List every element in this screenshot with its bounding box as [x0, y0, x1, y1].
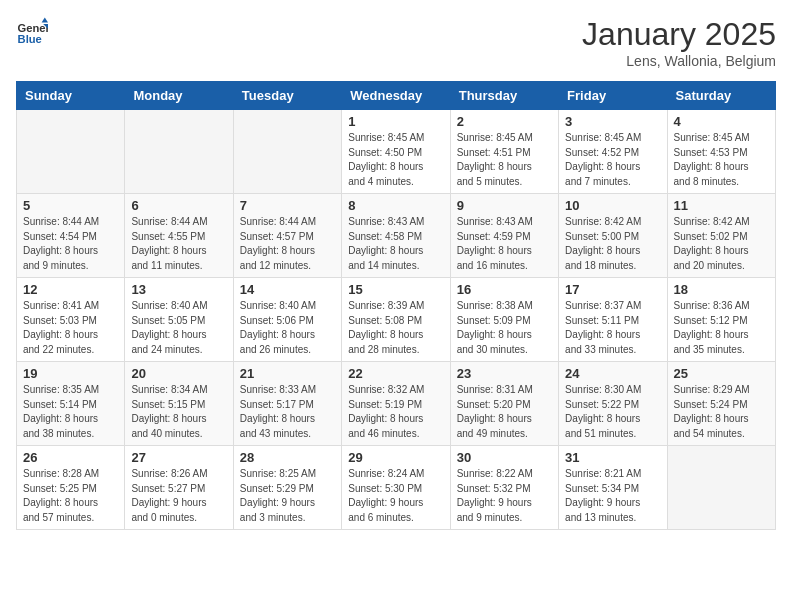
day-number: 18: [674, 282, 769, 297]
day-number: 26: [23, 450, 118, 465]
day-number: 24: [565, 366, 660, 381]
day-info: Sunrise: 8:43 AM Sunset: 4:58 PM Dayligh…: [348, 215, 443, 273]
day-number: 14: [240, 282, 335, 297]
svg-marker-2: [42, 18, 48, 23]
calendar-table: SundayMondayTuesdayWednesdayThursdayFrid…: [16, 81, 776, 530]
day-number: 6: [131, 198, 226, 213]
day-info: Sunrise: 8:32 AM Sunset: 5:19 PM Dayligh…: [348, 383, 443, 441]
day-info: Sunrise: 8:41 AM Sunset: 5:03 PM Dayligh…: [23, 299, 118, 357]
day-number: 8: [348, 198, 443, 213]
calendar-cell: 10Sunrise: 8:42 AM Sunset: 5:00 PM Dayli…: [559, 194, 667, 278]
day-info: Sunrise: 8:44 AM Sunset: 4:54 PM Dayligh…: [23, 215, 118, 273]
day-info: Sunrise: 8:37 AM Sunset: 5:11 PM Dayligh…: [565, 299, 660, 357]
day-info: Sunrise: 8:45 AM Sunset: 4:50 PM Dayligh…: [348, 131, 443, 189]
calendar-cell: 26Sunrise: 8:28 AM Sunset: 5:25 PM Dayli…: [17, 446, 125, 530]
calendar-cell: 13Sunrise: 8:40 AM Sunset: 5:05 PM Dayli…: [125, 278, 233, 362]
day-info: Sunrise: 8:30 AM Sunset: 5:22 PM Dayligh…: [565, 383, 660, 441]
day-info: Sunrise: 8:45 AM Sunset: 4:52 PM Dayligh…: [565, 131, 660, 189]
calendar-cell: 12Sunrise: 8:41 AM Sunset: 5:03 PM Dayli…: [17, 278, 125, 362]
day-info: Sunrise: 8:22 AM Sunset: 5:32 PM Dayligh…: [457, 467, 552, 525]
calendar-cell: [233, 110, 341, 194]
day-info: Sunrise: 8:44 AM Sunset: 4:57 PM Dayligh…: [240, 215, 335, 273]
day-number: 16: [457, 282, 552, 297]
day-number: 17: [565, 282, 660, 297]
svg-text:Blue: Blue: [18, 33, 42, 45]
calendar-cell: [17, 110, 125, 194]
day-info: Sunrise: 8:45 AM Sunset: 4:51 PM Dayligh…: [457, 131, 552, 189]
weekday-header-thursday: Thursday: [450, 82, 558, 110]
day-info: Sunrise: 8:34 AM Sunset: 5:15 PM Dayligh…: [131, 383, 226, 441]
day-number: 2: [457, 114, 552, 129]
day-number: 27: [131, 450, 226, 465]
day-number: 28: [240, 450, 335, 465]
calendar-cell: 7Sunrise: 8:44 AM Sunset: 4:57 PM Daylig…: [233, 194, 341, 278]
calendar-cell: 19Sunrise: 8:35 AM Sunset: 5:14 PM Dayli…: [17, 362, 125, 446]
weekday-header-monday: Monday: [125, 82, 233, 110]
calendar-cell: [125, 110, 233, 194]
day-number: 31: [565, 450, 660, 465]
day-number: 1: [348, 114, 443, 129]
day-info: Sunrise: 8:42 AM Sunset: 5:00 PM Dayligh…: [565, 215, 660, 273]
day-info: Sunrise: 8:44 AM Sunset: 4:55 PM Dayligh…: [131, 215, 226, 273]
calendar-cell: 27Sunrise: 8:26 AM Sunset: 5:27 PM Dayli…: [125, 446, 233, 530]
day-number: 15: [348, 282, 443, 297]
calendar-cell: 2Sunrise: 8:45 AM Sunset: 4:51 PM Daylig…: [450, 110, 558, 194]
calendar-cell: 29Sunrise: 8:24 AM Sunset: 5:30 PM Dayli…: [342, 446, 450, 530]
calendar-cell: 15Sunrise: 8:39 AM Sunset: 5:08 PM Dayli…: [342, 278, 450, 362]
page-header: General Blue January 2025 Lens, Wallonia…: [16, 16, 776, 69]
day-info: Sunrise: 8:29 AM Sunset: 5:24 PM Dayligh…: [674, 383, 769, 441]
calendar-cell: 8Sunrise: 8:43 AM Sunset: 4:58 PM Daylig…: [342, 194, 450, 278]
weekday-header-saturday: Saturday: [667, 82, 775, 110]
day-number: 3: [565, 114, 660, 129]
weekday-header-row: SundayMondayTuesdayWednesdayThursdayFrid…: [17, 82, 776, 110]
calendar-cell: 6Sunrise: 8:44 AM Sunset: 4:55 PM Daylig…: [125, 194, 233, 278]
location-title: Lens, Wallonia, Belgium: [582, 53, 776, 69]
calendar-week-3: 12Sunrise: 8:41 AM Sunset: 5:03 PM Dayli…: [17, 278, 776, 362]
day-info: Sunrise: 8:36 AM Sunset: 5:12 PM Dayligh…: [674, 299, 769, 357]
day-number: 10: [565, 198, 660, 213]
day-info: Sunrise: 8:40 AM Sunset: 5:06 PM Dayligh…: [240, 299, 335, 357]
logo: General Blue: [16, 16, 48, 48]
calendar-week-2: 5Sunrise: 8:44 AM Sunset: 4:54 PM Daylig…: [17, 194, 776, 278]
logo-icon: General Blue: [16, 16, 48, 48]
day-number: 19: [23, 366, 118, 381]
day-number: 7: [240, 198, 335, 213]
calendar-cell: 31Sunrise: 8:21 AM Sunset: 5:34 PM Dayli…: [559, 446, 667, 530]
calendar-week-1: 1Sunrise: 8:45 AM Sunset: 4:50 PM Daylig…: [17, 110, 776, 194]
calendar-week-4: 19Sunrise: 8:35 AM Sunset: 5:14 PM Dayli…: [17, 362, 776, 446]
day-number: 29: [348, 450, 443, 465]
calendar-cell: 4Sunrise: 8:45 AM Sunset: 4:53 PM Daylig…: [667, 110, 775, 194]
day-number: 21: [240, 366, 335, 381]
day-info: Sunrise: 8:42 AM Sunset: 5:02 PM Dayligh…: [674, 215, 769, 273]
calendar-cell: 5Sunrise: 8:44 AM Sunset: 4:54 PM Daylig…: [17, 194, 125, 278]
day-number: 13: [131, 282, 226, 297]
calendar-cell: [667, 446, 775, 530]
calendar-cell: 30Sunrise: 8:22 AM Sunset: 5:32 PM Dayli…: [450, 446, 558, 530]
day-number: 22: [348, 366, 443, 381]
day-info: Sunrise: 8:21 AM Sunset: 5:34 PM Dayligh…: [565, 467, 660, 525]
day-info: Sunrise: 8:43 AM Sunset: 4:59 PM Dayligh…: [457, 215, 552, 273]
calendar-cell: 24Sunrise: 8:30 AM Sunset: 5:22 PM Dayli…: [559, 362, 667, 446]
calendar-cell: 14Sunrise: 8:40 AM Sunset: 5:06 PM Dayli…: [233, 278, 341, 362]
calendar-cell: 3Sunrise: 8:45 AM Sunset: 4:52 PM Daylig…: [559, 110, 667, 194]
day-number: 11: [674, 198, 769, 213]
weekday-header-friday: Friday: [559, 82, 667, 110]
calendar-cell: 16Sunrise: 8:38 AM Sunset: 5:09 PM Dayli…: [450, 278, 558, 362]
day-number: 25: [674, 366, 769, 381]
calendar-cell: 23Sunrise: 8:31 AM Sunset: 5:20 PM Dayli…: [450, 362, 558, 446]
calendar-cell: 22Sunrise: 8:32 AM Sunset: 5:19 PM Dayli…: [342, 362, 450, 446]
day-info: Sunrise: 8:40 AM Sunset: 5:05 PM Dayligh…: [131, 299, 226, 357]
calendar-cell: 11Sunrise: 8:42 AM Sunset: 5:02 PM Dayli…: [667, 194, 775, 278]
calendar-cell: 9Sunrise: 8:43 AM Sunset: 4:59 PM Daylig…: [450, 194, 558, 278]
day-number: 4: [674, 114, 769, 129]
calendar-cell: 25Sunrise: 8:29 AM Sunset: 5:24 PM Dayli…: [667, 362, 775, 446]
month-title: January 2025: [582, 16, 776, 53]
day-number: 23: [457, 366, 552, 381]
day-info: Sunrise: 8:24 AM Sunset: 5:30 PM Dayligh…: [348, 467, 443, 525]
weekday-header-tuesday: Tuesday: [233, 82, 341, 110]
calendar-cell: 1Sunrise: 8:45 AM Sunset: 4:50 PM Daylig…: [342, 110, 450, 194]
weekday-header-wednesday: Wednesday: [342, 82, 450, 110]
calendar-cell: 17Sunrise: 8:37 AM Sunset: 5:11 PM Dayli…: [559, 278, 667, 362]
day-info: Sunrise: 8:35 AM Sunset: 5:14 PM Dayligh…: [23, 383, 118, 441]
calendar-week-5: 26Sunrise: 8:28 AM Sunset: 5:25 PM Dayli…: [17, 446, 776, 530]
